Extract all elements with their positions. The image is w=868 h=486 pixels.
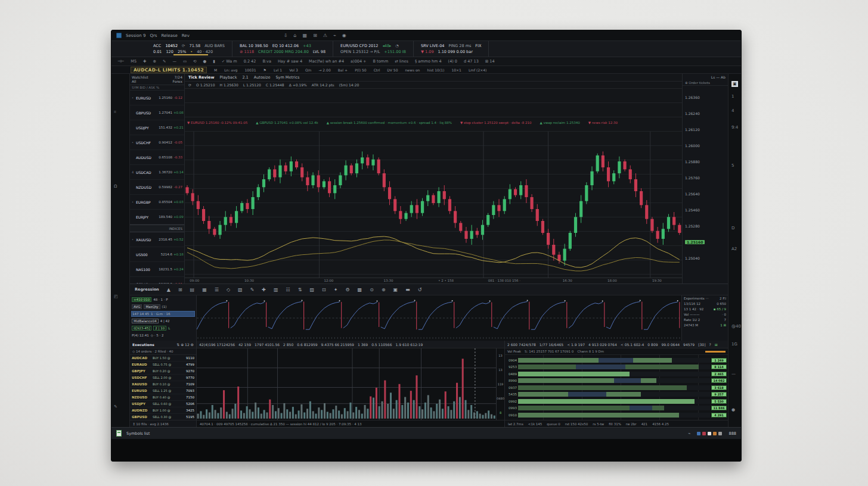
depth-row[interactable]: 92538 114 (505, 364, 727, 370)
tool-item[interactable]: ⊞ 14 (485, 59, 495, 64)
mini-table-row[interactable]: 0[923-45]2 | 10L (131, 325, 195, 331)
alert-icon[interactable]: ⚠ (323, 33, 327, 38)
market-watch-row[interactable]: NAS10018231.5+0.24 (130, 262, 184, 277)
grid-icon[interactable]: ⊞ (313, 33, 317, 38)
market-watch-filter-forex[interactable]: Forex (173, 79, 182, 83)
right-dock-scrollbar[interactable]: ▣149:45DA2@401G—● (728, 74, 741, 427)
folder-icon[interactable]: ⌂ (294, 33, 297, 38)
chart-tab-2[interactable]: 2.1 (242, 75, 248, 80)
plus-icon[interactable]: ⊕ (382, 287, 386, 292)
tool-item[interactable]: a)004 + (351, 59, 366, 64)
execution-row[interactable]: AUDNZDBUY 1.00 @3425 (130, 407, 196, 414)
record-icon[interactable]: ◉ (342, 33, 346, 38)
bar-icon[interactable]: ▬ (405, 287, 410, 292)
undo-icon[interactable]: ↺ (418, 287, 422, 292)
notes-icon[interactable]: ⌗ (114, 110, 116, 114)
depth-row[interactable]: 099311 846 (505, 405, 727, 411)
tool-item[interactable]: ✚ (143, 59, 146, 64)
search-icon[interactable]: ⊙ (370, 287, 374, 292)
tool-item[interactable]: ✎ (163, 59, 166, 64)
dock-item[interactable]: ● (731, 407, 735, 412)
depth-row[interactable]: 09373 618 (505, 385, 727, 391)
market-watch-row[interactable]: GER4018492.2-0.11 (130, 277, 184, 284)
dock-item[interactable]: 9:4 (731, 125, 738, 130)
tool-item[interactable]: § ammo hm 4 (415, 59, 442, 64)
market-watch-row[interactable]: •USDCHF0.90412-0.05 (130, 135, 184, 150)
market-watch-row[interactable]: EURJPY189.540+0.09 (130, 210, 184, 225)
execution-row[interactable]: GBPJPYBUY 0.20 @9270 (130, 368, 196, 375)
layout-icon[interactable]: ◰ (114, 294, 118, 299)
execution-row[interactable]: EURAUDSELL 0.75 @4799 (130, 362, 196, 368)
tool-item[interactable]: ⟲ (193, 59, 196, 64)
draw-icon[interactable]: ✎ (250, 287, 255, 292)
market-watch-row[interactable]: US5005214.6+0.18 (130, 247, 184, 262)
depth-ladder[interactable]: 09041 24992538 11404892 465899014 082093… (505, 355, 728, 420)
sort-icon[interactable]: ⇅ (298, 287, 302, 292)
execution-row[interactable]: NZDUSDBUY 0.40 @7150 (130, 394, 196, 401)
add-icon[interactable]: ✚ (262, 287, 266, 292)
tool-item[interactable]: (4) 0 (448, 59, 457, 64)
tool-item[interactable]: d 47 13 (464, 59, 479, 64)
symbols-file-icon[interactable] (116, 430, 122, 437)
overview-chart-panel[interactable] (197, 295, 682, 341)
rows-icon[interactable]: ▥ (274, 287, 278, 292)
market-watch-row[interactable]: NZDUSD0.59982-0.27 (130, 180, 184, 195)
chart-tab-3[interactable]: Autosize (254, 75, 271, 80)
depth-row[interactable]: 04892 465 (505, 371, 727, 377)
execution-row[interactable]: USDCHFSELL 2.00 @9770 (130, 375, 196, 381)
mini-table-row[interactable]: 147 14 451 · G:m · 16 (131, 311, 195, 317)
market-watch-row[interactable]: GBPUSD1.27041+0.08 (130, 105, 184, 120)
mini-table-row[interactable]: P(4) 12:41◇ · 5 · 2 (131, 332, 195, 338)
hatch-icon[interactable]: ▧ (238, 287, 243, 292)
mini-table-row[interactable]: +410 01048 · 1 · P (131, 297, 195, 303)
dock-item[interactable]: A2 (731, 247, 737, 251)
shade-icon[interactable]: ▨ (309, 287, 314, 292)
dock-item[interactable]: 1G (731, 342, 737, 347)
titlebar-item[interactable]: Rev (182, 33, 190, 38)
tool-item[interactable]: ● (203, 59, 207, 64)
watch-icon[interactable]: Ω (114, 184, 117, 189)
tool-item[interactable]: ✓ Wa m (222, 59, 237, 64)
tool-item[interactable]: — (172, 59, 176, 64)
tool-item[interactable]: Mac(fw) wh an #4 (309, 59, 344, 64)
diamond-icon[interactable]: ◇ (227, 287, 230, 292)
tool-item[interactable]: Hay # saw 4 (278, 59, 302, 64)
list-icon[interactable]: ☰ (215, 287, 219, 292)
tool-item[interactable]: M5 (131, 59, 137, 64)
volume-chart[interactable]: 131311904808 (197, 348, 504, 420)
titlebar-item[interactable]: Session 9 (126, 33, 145, 38)
depth-settings-icon[interactable]: ⊞ (715, 342, 718, 347)
titlebar[interactable]: Session 9QrsReleaseRev ⇩⌂▦⊞⚠⌁◉ (111, 30, 741, 41)
execution-row[interactable]: GBPUSDSELL 0.30 @5195 (130, 414, 196, 420)
tool-item[interactable]: ⊕ (153, 59, 156, 64)
trend-icon[interactable]: ▲ (167, 287, 170, 292)
titlebar-item[interactable]: Qrs (150, 33, 157, 38)
table-icon[interactable]: ▤ (190, 287, 195, 292)
link-icon[interactable]: ⌁ (333, 33, 336, 38)
market-watch-row[interactable]: •EURGBP0.85504+0.03 (130, 195, 184, 210)
price-scale-tools[interactable]: Ls — Ab (683, 74, 728, 80)
panel-icon[interactable]: ▣ (393, 287, 398, 292)
tool-item[interactable]: ▮ (213, 59, 215, 64)
box-icon[interactable]: ⊡ (322, 287, 326, 292)
chart-tab-1[interactable]: Playback (219, 75, 237, 80)
execution-row[interactable]: USDJPYSELL 0.60 @5206 (130, 401, 196, 407)
tool-item[interactable]: ▭ (183, 59, 187, 64)
titlebar-item[interactable]: Release (161, 33, 177, 38)
star-icon[interactable]: ✦ (334, 287, 338, 292)
dock-item[interactable]: @40 (731, 324, 741, 329)
grid-icon[interactable]: ⊞ (178, 287, 182, 292)
price-scale[interactable]: Ls — Ab ⊕ Order tickets 1.263601.262401.… (682, 74, 728, 284)
layout-icon[interactable]: ▦ (303, 33, 308, 38)
dock-item[interactable]: D (731, 226, 734, 230)
dock-item[interactable]: 1 (731, 94, 734, 99)
market-watch-row[interactable]: AUDUSD0.65108-0.33 (130, 150, 184, 165)
layout-icon[interactable]: ▦ (202, 287, 207, 292)
candlestick-chart[interactable]: ▼ EURUSD 1.25160 -0.12% 09:41:05▲ GBPUSD… (185, 89, 682, 278)
executions-header-icons[interactable]: ⇅ ⊕ 12 ⚙ (176, 342, 194, 347)
edit-icon[interactable]: ✎ (114, 404, 117, 409)
mini-table-row[interactable]: MidBalance044 | 42 (131, 318, 195, 324)
depth-row[interactable]: 09925 530 (505, 398, 727, 404)
tool-item[interactable]: ⊣⊢ (117, 59, 124, 64)
download-icon[interactable]: ⇩ (284, 33, 288, 38)
